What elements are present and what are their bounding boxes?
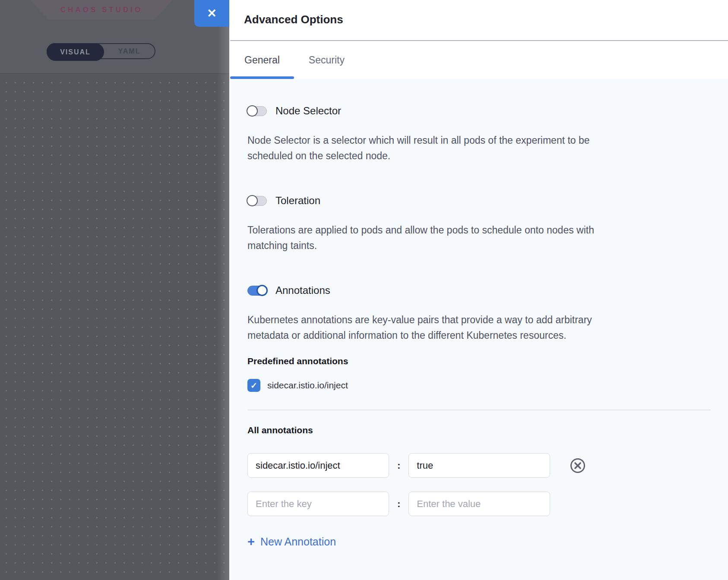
annotations-divider	[247, 410, 711, 410]
toleration-label: Toleration	[275, 195, 320, 207]
predefined-annotations-heading: Predefined annotations	[247, 356, 711, 366]
node-selector-toggle[interactable]	[247, 106, 267, 116]
close-icon: ✕	[207, 6, 217, 20]
close-drawer-button[interactable]: ✕	[194, 0, 229, 27]
node-selector-section: Node Selector Node Selector is a selecto…	[247, 105, 711, 164]
new-annotation-label: New Annotation	[260, 536, 336, 548]
key-value-separator: :	[397, 460, 400, 471]
yaml-mode-button[interactable]: YAML	[104, 44, 155, 58]
toleration-description: Tolerations are applied to pods and allo…	[247, 222, 711, 253]
annotation-row: :	[247, 492, 711, 516]
toggle-knob	[247, 105, 258, 117]
node-selector-label: Node Selector	[275, 105, 341, 117]
annotation-key-input[interactable]	[247, 453, 389, 478]
annotations-section: Annotations Kubernetes annotations are k…	[247, 284, 711, 548]
toleration-section: Toleration Tolerations are applied to po…	[247, 195, 711, 253]
visual-mode-button[interactable]: VISUAL	[47, 43, 104, 61]
toleration-row: Toleration	[247, 195, 711, 207]
annotation-value-input[interactable]	[408, 453, 550, 478]
tab-security[interactable]: Security	[298, 41, 356, 79]
annotations-toggle[interactable]	[247, 286, 267, 296]
panel-title: Advanced Options	[244, 13, 714, 26]
annotation-key-input[interactable]	[247, 492, 389, 516]
key-value-separator: :	[397, 498, 400, 510]
annotation-row: :	[247, 453, 711, 478]
chaos-studio-banner: CHAOS STUDIO	[30, 0, 173, 20]
chaos-studio-title: CHAOS STUDIO	[60, 6, 142, 14]
general-tab-content: Node Selector Node Selector is a selecto…	[230, 79, 728, 580]
annotations-row: Annotations	[247, 284, 711, 296]
node-selector-row: Node Selector	[247, 105, 711, 117]
check-icon: ✓	[250, 381, 257, 391]
predefined-annotation-item: ✓ sidecar.istio.io/inject	[247, 379, 711, 392]
advanced-options-panel: Advanced Options General Security Node S…	[229, 0, 728, 580]
visual-yaml-toggle: VISUAL YAML	[47, 43, 155, 59]
panel-header: Advanced Options	[230, 0, 728, 41]
all-annotations-heading: All annotations	[247, 425, 711, 435]
annotation-value-input[interactable]	[408, 492, 550, 516]
plus-icon: +	[247, 536, 255, 548]
node-selector-description: Node Selector is a selector which will r…	[247, 132, 711, 164]
app-window: CHAOS STUDIO VISUAL YAML ✕ Advanced Opti…	[0, 0, 728, 580]
toggle-knob	[256, 285, 268, 296]
remove-annotation-button[interactable]	[569, 457, 586, 474]
toggle-knob	[247, 195, 258, 206]
new-annotation-button[interactable]: + New Annotation	[247, 536, 336, 548]
circle-x-icon	[570, 457, 586, 474]
sidecar-inject-checkbox[interactable]: ✓	[247, 379, 260, 392]
dimmed-workspace: CHAOS STUDIO VISUAL YAML	[0, 0, 229, 580]
experiment-canvas	[0, 74, 229, 580]
annotations-label: Annotations	[275, 284, 330, 296]
tab-general[interactable]: General	[230, 41, 294, 79]
sidecar-inject-label: sidecar.istio.io/inject	[267, 380, 348, 391]
annotations-description: Kubernetes annotations are key-value pai…	[247, 312, 711, 343]
toleration-toggle[interactable]	[247, 196, 267, 206]
tab-bar: General Security	[230, 41, 728, 79]
